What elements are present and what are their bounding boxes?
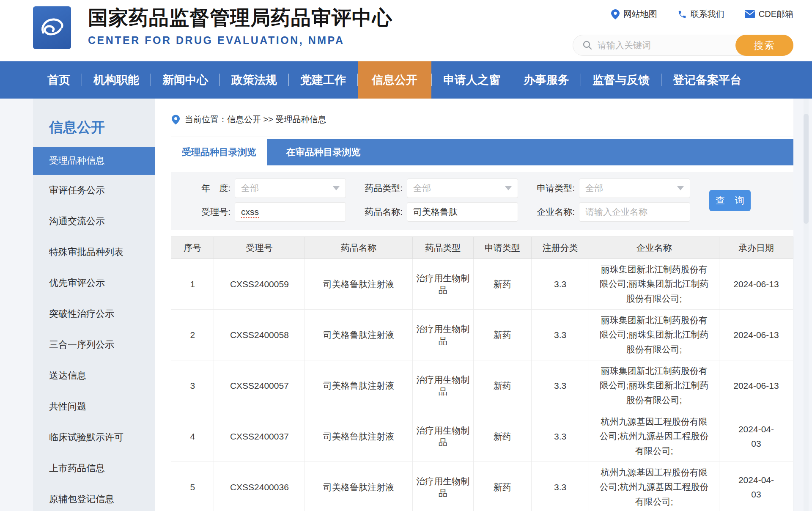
- cde-logo-swirl: [37, 13, 67, 43]
- contact-link[interactable]: 联系我们: [678, 8, 724, 20]
- sitemap-label: 网站地图: [623, 8, 657, 20]
- right-gutter: [793, 99, 812, 511]
- scrollbar-thumb[interactable]: [804, 114, 809, 224]
- application-type-label: 申请类型:: [527, 182, 575, 194]
- col-company: 企业名称: [589, 237, 719, 259]
- brand-block: 国家药品监督管理局药品审评中心 CENTER FOR DRUG EVALUATI…: [88, 5, 392, 47]
- cell-seq: 3: [171, 360, 214, 411]
- cde-logo: [33, 6, 71, 49]
- table-row: 5 CXSS2400036 司美格鲁肽注射液 治疗用生物制品 新药 3.3 杭州…: [171, 462, 793, 511]
- mail-label: CDE邮箱: [759, 8, 793, 20]
- nav-item-services[interactable]: 办事服务: [512, 61, 581, 99]
- table-row: 4 CXSS2400037 司美格鲁肽注射液 治疗用生物制品 新药 3.3 杭州…: [171, 411, 793, 462]
- filter-acceptance-no: 受理号: cxss: [178, 202, 355, 222]
- cell-company: 丽珠集团新北江制药股份有限公司;丽珠集团新北江制药股份有限公司;: [589, 360, 719, 411]
- site-header: 国家药品监督管理局药品审评中心 CENTER FOR DRUG EVALUATI…: [0, 0, 812, 61]
- filter-company-name: 企业名称:: [527, 202, 700, 222]
- drug-type-label: 药品类型:: [355, 182, 403, 194]
- nav-item-functions[interactable]: 机构职能: [82, 61, 151, 99]
- application-type-select-value: 全部: [585, 182, 603, 194]
- tab-accepted-catalog[interactable]: 受理品种目录浏览: [171, 139, 267, 165]
- filter-application-type: 申请类型: 全部: [527, 179, 700, 198]
- filter-drug-name: 药品名称:: [355, 202, 527, 222]
- search-input[interactable]: [598, 40, 735, 50]
- nav-item-registration-platform[interactable]: 登记备案平台: [661, 61, 753, 99]
- nav-item-supervision[interactable]: 监督与反馈: [581, 61, 661, 99]
- filter-drug-type: 药品类型: 全部: [355, 179, 527, 198]
- nav-item-home[interactable]: 首页: [36, 61, 82, 99]
- search-button[interactable]: 搜索: [735, 35, 793, 56]
- cell-date: 2024-06-13: [719, 360, 793, 411]
- cell-company: 杭州九源基因工程股份有限公司;杭州九源基因工程股份有限公司;: [589, 411, 719, 462]
- col-seq: 序号: [171, 237, 214, 259]
- location-pin-icon: [611, 9, 620, 19]
- cell-seq: 4: [171, 411, 214, 462]
- sidebar-item-delivery-info[interactable]: 送达信息: [33, 360, 155, 391]
- cell-date: 2024-06-13: [719, 310, 793, 360]
- table-header-row: 序号 受理号 药品名称 药品类型 申请类型 注册分类 企业名称 承办日期: [171, 237, 793, 259]
- header-search: 搜索: [573, 35, 793, 56]
- sitemap-link[interactable]: 网站地图: [611, 8, 657, 20]
- cell-registration-class: 3.3: [531, 310, 589, 360]
- table-row: 2 CXSS2400058 司美格鲁肽注射液 治疗用生物制品 新药 3.3 丽珠…: [171, 310, 793, 360]
- cell-drug-type: 治疗用生物制品: [412, 411, 473, 462]
- chevron-down-icon: [333, 186, 340, 190]
- sidebar-item-three-in-one[interactable]: 三合一序列公示: [33, 329, 155, 360]
- sidebar-item-breakthrough-therapy[interactable]: 突破性治疗公示: [33, 298, 155, 329]
- sidebar-item-marketed-drugs[interactable]: 上市药品信息: [33, 453, 155, 484]
- cell-company: 杭州九源基因工程股份有限公司;杭州九源基因工程股份有限公司;: [589, 462, 719, 511]
- company-name-field: [579, 202, 690, 222]
- scrollbar-track[interactable]: [804, 99, 809, 511]
- cell-drug-type: 治疗用生物制品: [412, 259, 473, 310]
- left-gutter: [0, 99, 33, 511]
- main-nav: 首页 机构职能 新闻中心 政策法规 党建工作 信息公开 申请人之窗 办事服务 监…: [0, 61, 812, 99]
- filter-row-1: 年 度: 全部 药品类型: 全部 申请类型: 全部: [178, 179, 793, 198]
- mail-link[interactable]: CDE邮箱: [745, 8, 793, 20]
- nav-item-applicant[interactable]: 申请人之窗: [432, 61, 512, 99]
- sidebar-item-special-approval[interactable]: 特殊审批品种列表: [33, 236, 155, 267]
- tab-under-review-catalog[interactable]: 在审品种目录浏览: [267, 139, 379, 165]
- sidebar-item-clinical-trial-license[interactable]: 临床试验默示许可: [33, 422, 155, 453]
- sidebar-item-communication[interactable]: 沟通交流公示: [33, 206, 155, 236]
- cell-date: 2024-04- 03: [719, 411, 793, 462]
- nav-item-party[interactable]: 党建工作: [289, 61, 357, 99]
- phone-icon: [678, 10, 687, 19]
- col-application-type: 申请类型: [473, 237, 531, 259]
- cell-date: 2024-04- 03: [719, 462, 793, 511]
- cell-drug-name: 司美格鲁肽注射液: [305, 259, 412, 310]
- nav-item-info-disclosure[interactable]: 信息公开: [358, 61, 431, 99]
- sidebar-item-review-tasks[interactable]: 审评任务公示: [33, 175, 155, 206]
- nav-item-policy[interactable]: 政策法规: [220, 61, 288, 99]
- table-row: 3 CXSS2400057 司美格鲁肽注射液 治疗用生物制品 新药 3.3 丽珠…: [171, 360, 793, 411]
- application-type-select[interactable]: 全部: [579, 179, 690, 198]
- main-content: 当前位置：信息公开 >> 受理品种信息 受理品种目录浏览 在审品种目录浏览 年 …: [155, 99, 793, 511]
- cell-seq: 5: [171, 462, 214, 511]
- col-drug-type: 药品类型: [412, 237, 473, 259]
- nav-item-news[interactable]: 新闻中心: [151, 61, 219, 99]
- sidebar-item-accepted-varieties[interactable]: 受理品种信息: [33, 147, 155, 175]
- cell-drug-type: 治疗用生物制品: [412, 310, 473, 360]
- sidebar: 信息公开 受理品种信息 审评任务公示 沟通交流公示 特殊审批品种列表 优先审评公…: [33, 99, 155, 511]
- year-select[interactable]: 全部: [235, 179, 346, 198]
- sidebar-item-common-questions[interactable]: 共性问题: [33, 391, 155, 422]
- cell-date: 2024-06-13: [719, 259, 793, 310]
- cell-registration-class: 3.3: [531, 462, 589, 511]
- query-button[interactable]: 查 询: [709, 190, 751, 211]
- company-name-input[interactable]: [585, 207, 684, 217]
- drug-type-select[interactable]: 全部: [407, 179, 518, 198]
- contact-label: 联系我们: [691, 8, 724, 20]
- cell-registration-class: 3.3: [531, 411, 589, 462]
- col-registration-class: 注册分类: [531, 237, 589, 259]
- cell-acceptance-no: CXSS2400058: [214, 310, 305, 360]
- cell-drug-name: 司美格鲁肽注射液: [305, 310, 412, 360]
- breadcrumb-pin-icon: [172, 115, 180, 125]
- cell-application-type: 新药: [473, 259, 531, 310]
- acceptance-no-value: cxss: [241, 207, 259, 217]
- sidebar-item-excipient-registration[interactable]: 原辅包登记信息: [33, 484, 155, 511]
- year-select-value: 全部: [241, 182, 259, 194]
- acceptance-no-input[interactable]: cxss: [235, 202, 346, 222]
- sidebar-menu: 受理品种信息 审评任务公示 沟通交流公示 特殊审批品种列表 优先审评公示 突破性…: [33, 147, 155, 511]
- sidebar-item-priority-review[interactable]: 优先审评公示: [33, 267, 155, 298]
- drug-name-input[interactable]: [413, 207, 512, 217]
- cell-company: 丽珠集团新北江制药股份有限公司;丽珠集团新北江制药股份有限公司;: [589, 259, 719, 310]
